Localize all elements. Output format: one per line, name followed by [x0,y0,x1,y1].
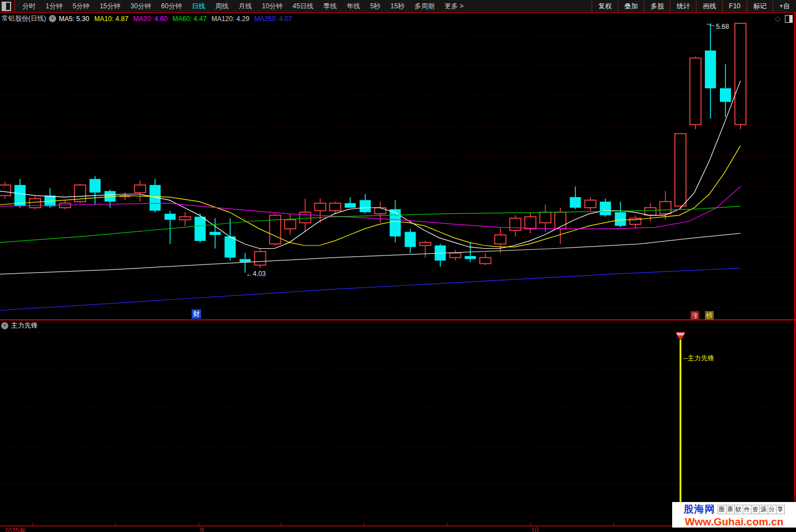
watermark-tagline-char: 享 [776,505,785,514]
toolbar-button-统计[interactable]: 统计 [670,0,696,12]
candle-body-up [0,185,11,195]
watermark-tagline: 股票软件资源分享 [718,505,785,514]
period-item-月线[interactable]: 月线 [233,0,257,12]
candle-body-up [525,217,536,229]
toolbar-button-多股[interactable]: 多股 [644,0,670,12]
candle-body-up [585,200,596,208]
period-item-10分钟[interactable]: 10分钟 [257,0,287,12]
candle-body-down [465,256,476,259]
corner-icons: ◇ [775,14,793,23]
ma-line-ma120 [0,233,740,274]
period-item-年线[interactable]: 年线 [342,0,365,12]
title-bar: 常铝股份(日线) ∨ MA5: 5.30MA10: 4.87MA20: 4.60… [0,13,796,24]
candle-body-down [705,51,716,88]
x-axis-label: 9 [200,526,204,532]
candle-body-up [540,212,551,223]
candle-body-up [329,203,341,211]
candle-body-down [224,237,236,258]
candle-body-down [390,209,401,237]
toolbar-button-画线[interactable]: 画线 [697,0,722,12]
candle-body-up [134,185,146,193]
watermark-tagline-char: 软 [734,505,743,514]
ma-value-label: MA250: 4.07 [254,15,292,23]
candle-body-down [344,203,356,208]
period-item-日线[interactable]: 日线 [187,0,210,12]
period-item-季线[interactable]: 季线 [318,0,342,12]
ma-value-label: MA120: 4.29 [212,15,249,23]
candle-body-up [59,203,71,208]
ma-value-label: MA5: 5.30 [59,15,89,23]
toolbar-button-标记[interactable]: 标记 [747,0,773,12]
ma-values: MA5: 5.30MA10: 4.87MA20: 4.60MA60: 4.47M… [59,15,297,23]
signal-label: --主力先锋 [683,354,714,363]
diamond-icon[interactable]: ◇ [775,14,780,23]
period-item-15秒[interactable]: 15秒 [386,0,409,12]
period-item-多周期[interactable]: 多周期 [409,0,439,12]
candle-body-up [179,217,191,219]
watermark-url: Www.Guhai.com.cn [685,516,784,528]
candle-body-up [660,202,671,214]
watermark-tagline-char: 件 [743,505,752,514]
candle-body-up [29,199,41,208]
period-toolbar: 分时1分钟5分钟15分钟30分钟60分钟日线周线月线10分钟45日线季线年线5秒… [0,0,796,13]
low-price-label: ←4.03 [246,270,266,278]
period-item-1分钟[interactable]: 1分钟 [41,0,68,12]
period-item-45日线[interactable]: 45日线 [288,0,318,12]
candle-body-up [555,212,566,229]
toolbar-button-复权[interactable]: 复权 [592,0,618,12]
toolbar-button-F10[interactable]: F10 [723,0,747,12]
toolbar-separator [14,0,15,12]
chevron-down-icon[interactable]: ∨ [49,15,56,22]
period-item-5分钟[interactable]: 5分钟 [68,0,95,12]
candle-body-up [495,235,506,244]
candle-body-down [164,214,176,220]
candle-body-up [450,253,461,258]
candle-body-up [420,243,431,245]
candle-body-up [299,212,311,223]
split-window-icon[interactable] [785,15,793,23]
watermark-tagline-char: 股 [718,505,727,514]
period-item-更多 >[interactable]: 更多 > [439,0,468,12]
period-item-分时[interactable]: 分时 [17,0,41,12]
sub-panel-title-row: ∨ 主力先锋 [1,321,38,330]
indicator-chevron-icon[interactable]: ∨ [1,322,8,329]
toolbar-button-叠加[interactable]: 叠加 [618,0,644,12]
indicator-name[interactable]: 主力先锋 [11,321,38,330]
candle-body-down [239,259,251,262]
period-item-60分钟[interactable]: 60分钟 [156,0,187,12]
toolbar-button-+自[interactable]: +自 [773,0,796,12]
candle-body-up [284,220,296,229]
watermark-tagline-char: 分 [768,505,777,514]
candle-body-up [480,258,491,264]
ma-value-label: MA20: 4.60 [133,15,167,23]
period-item-周线[interactable]: 周线 [210,0,233,12]
price-chart-canvas [0,0,796,532]
candle-body-down [89,179,101,192]
ma-line-ma250 [0,268,740,310]
rank-badge[interactable]: 榜 [705,311,714,320]
symbol-title: 常铝股份(日线) [2,14,46,23]
candle-body-up [735,23,746,124]
limit-up-badge[interactable]: 涨 [690,311,699,320]
candle-body-down [600,202,611,215]
ma-value-label: MA10: 4.87 [94,15,128,23]
candle-body-up [675,134,686,207]
candle-body-down [194,217,206,241]
panel-toggle-icon[interactable] [2,2,11,11]
gem-marker-bottom [678,335,683,340]
financial-report-badge[interactable]: 财 [192,309,201,319]
watermark-tagline-char: 票 [726,505,735,514]
ma-value-label: MA60: 4.47 [172,15,206,23]
tdx-stock-app: 分时1分钟5分钟15分钟30分钟60分钟日线周线月线10分钟45日线季线年线5秒… [0,0,796,532]
watermark-site-name: 股海网 [684,503,715,516]
period-item-30分钟[interactable]: 30分钟 [126,0,156,12]
candle-body-down [570,197,581,208]
candle-body-down [209,232,221,235]
watermark: 股海网 股票软件资源分享 Www.Guhai.com.cn [672,502,796,528]
watermark-tagline-char: 源 [759,505,768,514]
candle-body-up [690,58,701,125]
candle-body-up [254,252,266,265]
period-item-15分钟[interactable]: 15分钟 [94,0,125,12]
candle-body-down [405,232,416,247]
period-item-5秒[interactable]: 5秒 [365,0,386,12]
